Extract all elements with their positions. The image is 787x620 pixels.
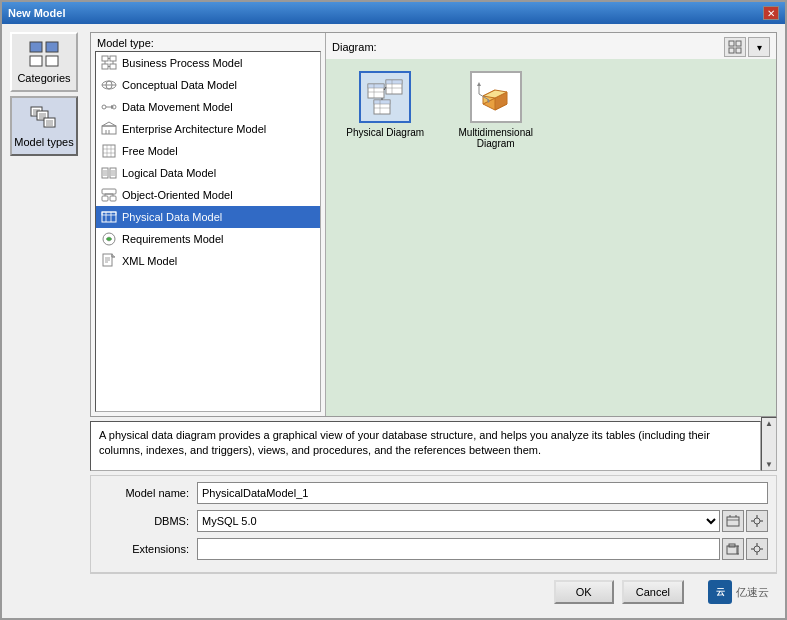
model-item-requirements[interactable]: Requirements Model <box>96 228 320 250</box>
model-list[interactable]: Business Process Model Conceptual Data <box>95 51 321 412</box>
categories-label: Categories <box>17 72 70 84</box>
diagram-toolbar: ▾ <box>724 37 770 57</box>
physical-data-icon <box>100 208 118 226</box>
data-movement-icon <box>100 98 118 116</box>
description-wrapper: A physical data diagram provides a graph… <box>90 417 777 471</box>
extensions-label: Extensions: <box>99 543 189 555</box>
svg-rect-19 <box>110 64 116 69</box>
requirements-icon <box>100 230 118 248</box>
model-name-label: Model name: <box>99 487 189 499</box>
model-types-button[interactable]: Model types <box>10 96 78 156</box>
left-panel: Categories <box>10 32 82 610</box>
model-item-business-process[interactable]: Business Process Model <box>96 52 320 74</box>
physical-diagram-icon-box <box>359 71 411 123</box>
new-model-window: New Model ✕ Categories <box>0 0 787 620</box>
svg-rect-16 <box>102 56 108 61</box>
extensions-browse-button[interactable] <box>722 538 744 560</box>
svg-point-27 <box>102 105 106 109</box>
model-item-free-model[interactable]: Free Model <box>96 140 320 162</box>
svg-rect-18 <box>102 64 108 69</box>
model-types-icon <box>28 104 60 132</box>
svg-marker-89 <box>477 82 481 86</box>
extensions-input-group <box>197 538 768 560</box>
extensions-input[interactable] <box>197 538 720 560</box>
conceptual-data-icon <box>100 76 118 94</box>
dbms-select[interactable]: MySQL 5.0 MySQL 5.5 Oracle 11g SQL Serve… <box>197 510 720 532</box>
diagram-item-multidimensional[interactable]: Multidimensional Diagram <box>445 67 548 153</box>
model-item-xml[interactable]: XML Model <box>96 250 320 272</box>
diagram-grid: Physical Diagram <box>326 59 776 416</box>
svg-rect-2 <box>30 56 42 66</box>
multidimensional-diagram-label: Multidimensional Diagram <box>456 127 536 149</box>
dbms-row: DBMS: MySQL 5.0 MySQL 5.5 Oracle 11g SQL… <box>99 510 768 532</box>
categories-icon <box>28 40 60 68</box>
physical-diagram-label: Physical Diagram <box>346 127 424 138</box>
svg-rect-50 <box>110 196 116 201</box>
svg-rect-48 <box>102 189 116 194</box>
model-item-logical-data[interactable]: Logical Data Model <box>96 162 320 184</box>
svg-rect-35 <box>103 145 115 157</box>
content-area: Categories <box>2 24 785 618</box>
svg-rect-71 <box>368 84 384 88</box>
dropdown-arrow: ▾ <box>757 42 762 53</box>
dbms-input-group: MySQL 5.0 MySQL 5.5 Oracle 11g SQL Serve… <box>197 510 768 532</box>
model-item-object-oriented[interactable]: Object-Oriented Model <box>96 184 320 206</box>
svg-point-106 <box>754 546 760 552</box>
diagram-label: Diagram: <box>332 41 377 53</box>
object-oriented-icon <box>100 186 118 204</box>
diagram-section: Diagram: ▾ <box>326 33 776 416</box>
bottom-bar: OK Cancel 云 亿速云 <box>90 573 777 610</box>
window-title: New Model <box>8 7 65 19</box>
model-item-enterprise-arch[interactable]: Enterprise Architecture Model <box>96 118 320 140</box>
model-type-section: Model type: <box>91 33 326 416</box>
multidimensional-diagram-icon-box <box>470 71 522 123</box>
dbms-settings-button[interactable] <box>746 510 768 532</box>
description-text: A physical data diagram provides a graph… <box>99 429 710 456</box>
model-name-row: Model name: <box>99 482 768 504</box>
ok-button[interactable]: OK <box>554 580 614 604</box>
svg-rect-69 <box>736 48 741 53</box>
dropdown-view-button[interactable]: ▾ <box>748 37 770 57</box>
model-item-conceptual-data[interactable]: Conceptual Data Model <box>96 74 320 96</box>
top-section: Model type: <box>90 32 777 417</box>
svg-rect-80 <box>374 100 390 104</box>
model-item-physical-data[interactable]: Physical Data Model <box>96 206 320 228</box>
business-process-icon <box>100 54 118 72</box>
dbms-label: DBMS: <box>99 515 189 527</box>
model-types-label: Model types <box>14 136 73 148</box>
close-button[interactable]: ✕ <box>763 6 779 20</box>
main-panel: Model type: <box>90 32 777 610</box>
scroll-down-arrow: ▼ <box>765 460 773 469</box>
svg-rect-17 <box>110 56 116 61</box>
extensions-settings-button[interactable] <box>746 538 768 560</box>
categories-button[interactable]: Categories <box>10 32 78 92</box>
scroll-up-arrow: ▲ <box>765 419 773 428</box>
form-section: Model name: DBMS: MySQL 5.0 MySQL 5.5 Or… <box>90 475 777 573</box>
svg-rect-3 <box>46 56 58 66</box>
description-scrollbar[interactable]: ▲ ▼ <box>761 417 777 471</box>
model-name-input[interactable] <box>197 482 768 504</box>
brand-text: 亿速云 <box>736 585 769 600</box>
title-bar: New Model ✕ <box>2 2 785 24</box>
free-model-icon <box>100 142 118 160</box>
cancel-button[interactable]: Cancel <box>622 580 684 604</box>
svg-rect-75 <box>386 80 402 84</box>
svg-rect-68 <box>729 48 734 53</box>
model-item-data-movement[interactable]: Data Movement Model <box>96 96 320 118</box>
svg-marker-32 <box>102 122 116 126</box>
diagram-item-physical[interactable]: Physical Diagram <box>334 67 437 153</box>
svg-rect-67 <box>736 41 741 46</box>
enterprise-arch-icon <box>100 120 118 138</box>
brand-icon: 云 <box>708 580 732 604</box>
svg-rect-66 <box>729 41 734 46</box>
brand-watermark: 云 亿速云 <box>708 580 769 604</box>
extensions-row: Extensions: <box>99 538 768 560</box>
dbms-browse-button[interactable] <box>722 510 744 532</box>
model-type-label: Model type: <box>91 33 325 51</box>
svg-rect-0 <box>30 42 42 52</box>
svg-point-96 <box>754 518 760 524</box>
grid-view-button[interactable] <box>724 37 746 57</box>
xml-icon <box>100 252 118 270</box>
svg-rect-92 <box>727 517 739 526</box>
description-box: A physical data diagram provides a graph… <box>90 421 761 471</box>
